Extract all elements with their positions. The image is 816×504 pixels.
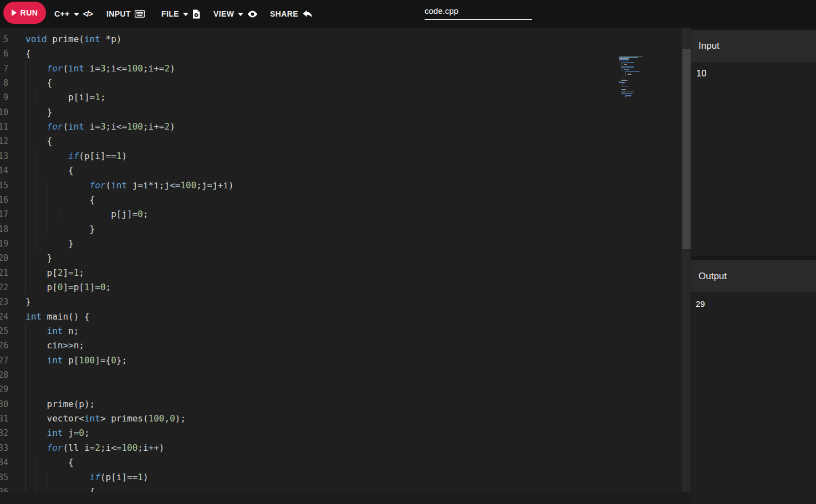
line-number: 17 [0,207,9,222]
code-line[interactable]: 8 { [0,76,682,90]
input-textarea[interactable]: 10 [691,62,816,256]
code-line[interactable]: 22 p[0]=p[1]=0; [0,280,682,295]
code-line-text: if(p[i]==1) [26,149,127,163]
menu-input[interactable]: INPUT [106,0,145,28]
editor-scrollbar-thumb[interactable] [682,49,691,249]
code-line-text: { [26,76,52,90]
code-line[interactable]: 13 if(p[i]==1) [0,149,682,163]
code-line-text: p[j]=0; [26,207,149,222]
code-line-text: } [26,251,52,265]
code-line-text: for(ll i=2;i<=100;i++) [26,441,165,455]
code-line[interactable]: 35 if(p[i]==1) [0,470,682,485]
code-line[interactable]: 21 p[2]=1; [0,266,682,280]
keyboard-icon [135,10,145,18]
ide-app: RUN C++</>INPUTFILEVIEWSHARE code.cpp 5v… [0,0,816,504]
code-line[interactable]: 19 } [0,236,682,251]
code-line[interactable]: 32 int j=0; [0,426,682,440]
minimap-line [621,85,625,85]
code-line[interactable]: 18 } [0,222,682,236]
file-icon [192,9,200,19]
code-line[interactable]: 7 for(int i=3;i<=100;i+=2) [0,61,682,76]
code-line[interactable]: 29 [0,382,682,397]
minimap-line [619,61,620,61]
code-line[interactable]: 23} [0,295,682,309]
code-line[interactable]: 9 p[i]=1; [0,90,682,105]
minimap-line [624,69,629,70]
output-pane-header: Output [691,260,816,292]
share-icon [302,9,313,18]
code-line[interactable]: 31 vector<int> primes(100,0); [0,412,682,426]
input-value: 10 [696,68,706,78]
line-number: 24 [0,310,9,324]
code-line-text: p[2]=1; [26,266,84,280]
code-line-text: } [26,222,95,236]
menu-file[interactable]: FILE [161,0,200,28]
code-line-text: p[i]=1; [26,90,106,105]
line-number: 29 [0,382,9,397]
minimap-line [624,70,624,71]
line-number: 14 [0,163,9,178]
minimap-line [621,78,622,78]
code-line[interactable]: 24int main() { [0,310,682,324]
code-icon: </> [83,9,93,18]
minimap-line [621,68,622,69]
code-line[interactable]: 14 { [0,163,682,178]
line-number: 6 [0,47,9,61]
line-number: 11 [0,120,9,134]
menu-lang[interactable]: C++</> [54,0,93,28]
run-button[interactable]: RUN [3,2,46,24]
code-line[interactable]: 10 } [0,105,682,120]
line-number: 19 [0,236,9,251]
code-line[interactable]: 5void prime(int *p) [0,32,682,47]
code-line[interactable]: 33 for(ll i=2;i<=100;i++) [0,441,682,455]
chevron-down-icon [183,13,188,16]
minimap-line [625,75,626,76]
line-number: 7 [0,61,9,76]
line-number: 23 [0,295,9,309]
code-line-text: } [26,105,52,120]
output-pane-title: Output [698,271,727,282]
minimap-line [621,84,625,84]
code-line[interactable]: 17 p[j]=0; [0,207,682,222]
code-line[interactable]: 15 for(int j=i*i;j<=100;j=j+i) [0,178,682,193]
filename-input[interactable]: code.cpp [425,4,532,20]
code-line-text: int p[100]={0}; [26,353,127,368]
code-line-text: prime(p); [26,397,95,412]
code-line[interactable]: 25 int n; [0,324,682,338]
code-line-text: { [26,193,95,207]
code-line[interactable]: 6{ [0,47,682,61]
minimap[interactable] [619,56,645,102]
code-line-text: cin>>n; [26,338,84,353]
editor-scrollbar-track[interactable] [682,28,691,492]
code-line[interactable]: 27 int p[100]={0}; [0,353,682,368]
line-number: 8 [0,76,9,90]
code-line-text: vector<int> primes(100,0); [26,412,186,426]
code-line[interactable]: 20 } [0,251,682,265]
line-number: 18 [0,222,9,236]
line-number: 16 [0,193,9,207]
menu-view[interactable]: VIEW [213,0,258,28]
code-line-text: { [26,455,74,470]
code-line[interactable]: 12 { [0,134,682,148]
code-line[interactable]: 36 { [0,485,682,492]
line-number: 12 [0,134,9,148]
indent-guide [26,368,26,382]
code-line-text: { [26,485,95,492]
chevron-down-icon [238,13,243,16]
line-number: 35 [0,470,9,485]
menu-share[interactable]: SHARE [270,0,313,28]
line-number: 13 [0,149,9,163]
code-line[interactable]: 11 for(int i=3;i<=100;i+=2) [0,120,682,134]
menu-lang-label: C++ [54,9,70,18]
code-line[interactable]: 26 cin>>n; [0,338,682,353]
code-line[interactable]: 16 { [0,193,682,207]
code-line[interactable]: 34 { [0,455,682,470]
line-number: 21 [0,266,9,280]
code-line-text: int main() { [26,310,90,324]
line-number: 26 [0,338,9,353]
code-line[interactable]: 28 [0,368,682,382]
minimap-line [621,66,634,67]
menu-file-label: FILE [161,9,179,18]
code-line[interactable]: 30 prime(p); [0,397,682,412]
code-editor[interactable]: 5void prime(int *p)6{7 for(int i=3;i<=10… [0,28,682,492]
